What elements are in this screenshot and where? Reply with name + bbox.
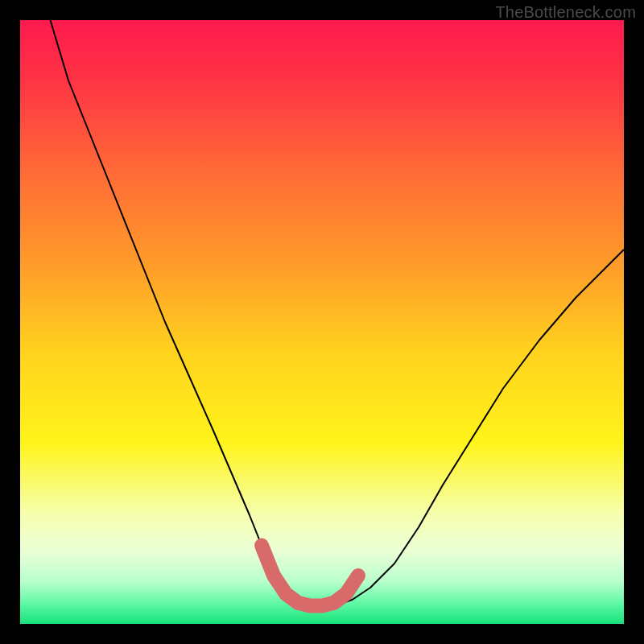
gradient-background	[20, 20, 624, 624]
plot-area	[20, 20, 624, 624]
chart-svg	[20, 20, 624, 624]
chart-frame: TheBottleneck.com	[0, 0, 644, 644]
watermark-text: TheBottleneck.com	[495, 3, 636, 22]
